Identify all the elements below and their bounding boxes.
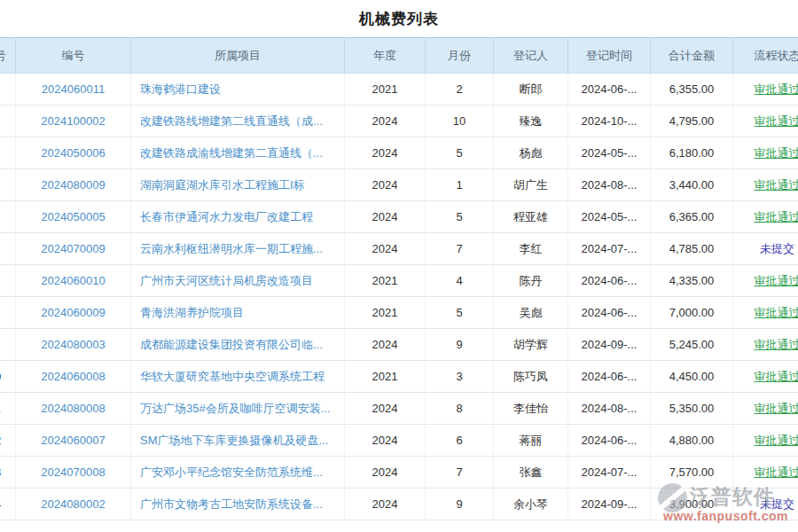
cell-code[interactable]: 2024050005	[16, 201, 131, 233]
code-link[interactable]: 2024060011	[42, 82, 105, 96]
code-link[interactable]: 2024080008	[41, 402, 105, 415]
code-link[interactable]: 2024080002	[41, 497, 105, 511]
code-link[interactable]: 2024050005	[41, 210, 105, 223]
cell-status[interactable]: 审批通过	[733, 457, 798, 489]
code-link[interactable]: 2024060008	[41, 370, 105, 383]
cell-status[interactable]: 审批通过	[733, 265, 798, 297]
cell-project[interactable]: 成都能源建设集团投资有限公司临...	[131, 329, 345, 361]
cell-status[interactable]: 审批通过	[733, 393, 798, 425]
cell-status[interactable]: 审批通过	[733, 169, 798, 201]
project-link[interactable]: 万达广场35#会所及咖啡厅空调安装...	[140, 402, 331, 415]
page-title: 机械费列表	[359, 9, 439, 29]
cell-code[interactable]: 2024100002	[16, 106, 131, 137]
cell-code[interactable]: 2024060011	[16, 74, 131, 106]
status-link[interactable]: 未提交	[760, 497, 794, 511]
status-link[interactable]: 审批通过	[755, 82, 798, 96]
cell-code[interactable]: 2024080008	[16, 393, 131, 425]
cell-project[interactable]: 华软大厦研究基地中央空调系统工程	[131, 361, 345, 393]
cell-seq: 6	[0, 233, 16, 265]
cell-code[interactable]: 2024080003	[16, 329, 131, 361]
total-value: 5,245.00	[669, 338, 715, 351]
code-link[interactable]: 2024080009	[41, 178, 105, 192]
code-link[interactable]: 2024060010	[41, 274, 105, 287]
cell-code[interactable]: 2024070009	[16, 233, 131, 265]
cell-project[interactable]: 珠海鹤港口建设	[131, 74, 345, 106]
status-link[interactable]: 审批通过	[755, 114, 798, 128]
status-link[interactable]: 审批通过	[755, 210, 798, 223]
cell-project[interactable]: 云南水利枢纽潜明水库一期工程施...	[131, 233, 345, 265]
status-link[interactable]: 审批通过	[755, 178, 798, 192]
project-link[interactable]: 华软大厦研究基地中央空调系统工程	[140, 370, 325, 383]
project-link[interactable]: 湖南洞庭湖水库引水工程施工I标	[140, 178, 305, 192]
column-header-seq: 序号	[0, 38, 16, 74]
code-link[interactable]: 2024070008	[41, 466, 105, 479]
cell-code[interactable]: 2024070008	[16, 457, 131, 489]
project-link[interactable]: 云南水利枢纽潜明水库一期工程施...	[140, 242, 323, 255]
project-link[interactable]: SM广场地下车库更换摄像机及硬盘...	[140, 434, 328, 447]
cell-project[interactable]: 改建铁路线增建第二线直通线（成...	[131, 106, 345, 137]
cell-registrant: 胡学辉	[494, 329, 568, 361]
cell-code[interactable]: 2024050006	[16, 137, 131, 169]
cell-project[interactable]: 湖南洞庭湖水库引水工程施工I标	[131, 169, 345, 201]
status-link[interactable]: 未提交	[760, 242, 794, 255]
cell-status[interactable]: 审批通过	[733, 329, 798, 361]
cell-code[interactable]: 2024060010	[16, 265, 131, 297]
table-header-row: 序号编号所属项目年度月份登记人登记时间合计金额流程状态	[0, 38, 798, 74]
code-link[interactable]: 2024100002	[41, 114, 105, 128]
status-link[interactable]: 审批通过	[755, 338, 798, 351]
project-link[interactable]: 珠海鹤港口建设	[140, 82, 221, 96]
project-link[interactable]: 广州市文物考古工地安防系统设备...	[140, 497, 323, 511]
status-link[interactable]: 审批通过	[755, 466, 798, 479]
cell-status[interactable]: 审批通过	[733, 201, 798, 233]
cell-reg_time: 2024-09-...	[568, 489, 651, 520]
year-value: 2024	[372, 466, 398, 479]
project-link[interactable]: 改建铁路线增建第二线直通线（成...	[140, 114, 323, 128]
cell-code[interactable]: 2024080002	[16, 489, 131, 520]
cell-project[interactable]: SM广场地下车库更换摄像机及硬盘...	[131, 425, 345, 457]
code-link[interactable]: 2024080003	[41, 338, 105, 351]
project-link[interactable]: 广安邓小平纪念馆安全防范系统维...	[140, 466, 323, 479]
code-link[interactable]: 2024070009	[41, 242, 105, 255]
cell-project[interactable]: 长春市伊通河水力发电厂改建工程	[131, 201, 345, 233]
project-link[interactable]: 广州市天河区统计局机房改造项目	[140, 274, 313, 287]
cell-project[interactable]: 青海洪湖养护院项目	[131, 297, 345, 329]
cell-project[interactable]: 广安邓小平纪念馆安全防范系统维...	[131, 457, 345, 489]
project-link[interactable]: 青海洪湖养护院项目	[140, 306, 244, 319]
cell-total: 7,570.00	[651, 457, 733, 489]
cell-project[interactable]: 广州市天河区统计局机房改造项目	[131, 265, 345, 297]
cell-code[interactable]: 2024060008	[16, 361, 131, 393]
cell-status[interactable]: 审批通过	[733, 137, 798, 169]
project-link[interactable]: 改建铁路成渝线增建第二直通线（...	[140, 146, 323, 160]
month-value: 2	[456, 82, 462, 96]
cell-project[interactable]: 改建铁路成渝线增建第二直通线（...	[131, 137, 345, 169]
cell-status[interactable]: 未提交	[733, 233, 798, 265]
cell-year: 2021	[345, 74, 426, 106]
cell-year: 2024	[345, 393, 426, 425]
cell-code[interactable]: 2024060007	[16, 425, 131, 457]
code-link[interactable]: 2024060009	[41, 306, 105, 319]
registrant-value: 李佳怡	[513, 402, 548, 415]
status-link[interactable]: 审批通过	[755, 370, 798, 383]
status-link[interactable]: 审批通过	[755, 402, 798, 415]
cell-status[interactable]: 审批通过	[733, 74, 798, 106]
cell-status[interactable]: 审批通过	[733, 106, 798, 137]
cell-code[interactable]: 2024080009	[16, 169, 131, 201]
cell-project[interactable]: 万达广场35#会所及咖啡厅空调安装...	[131, 393, 345, 425]
cell-total: 4,785.00	[651, 233, 733, 265]
table-row: 72024060010广州市天河区统计局机房改造项目20214陈丹2024-06…	[0, 265, 798, 297]
project-link[interactable]: 成都能源建设集团投资有限公司临...	[140, 338, 323, 351]
cell-project[interactable]: 广州市文物考古工地安防系统设备...	[131, 489, 345, 520]
status-link[interactable]: 审批通过	[755, 274, 798, 287]
cell-status[interactable]: 审批通过	[733, 297, 798, 329]
cell-code[interactable]: 2024060009	[16, 297, 131, 329]
status-link[interactable]: 审批通过	[755, 434, 798, 447]
status-link[interactable]: 审批通过	[755, 306, 798, 319]
cell-status[interactable]: 未提交	[733, 489, 798, 520]
code-link[interactable]: 2024050006	[41, 146, 105, 160]
code-link[interactable]: 2024060007	[41, 434, 105, 447]
project-link[interactable]: 长春市伊通河水力发电厂改建工程	[140, 210, 313, 223]
status-link[interactable]: 审批通过	[755, 146, 798, 160]
cell-status[interactable]: 审批通过	[733, 425, 798, 457]
month-value: 6	[456, 434, 462, 447]
cell-status[interactable]: 审批通过	[733, 361, 798, 393]
